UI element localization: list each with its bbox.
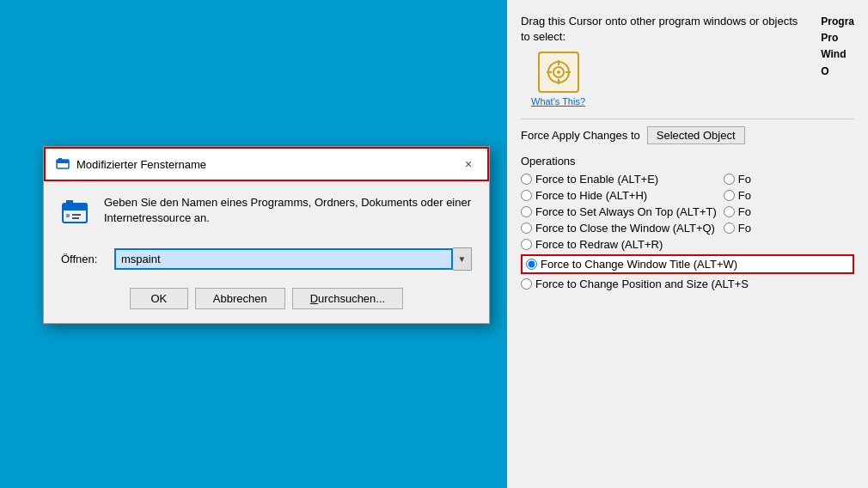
svg-rect-18 (72, 217, 79, 219)
operations-title: Operations (521, 155, 854, 168)
dialog-title: Modifizierter Fenstername (76, 158, 453, 171)
radio-force-close-window[interactable]: Force to Close the Window (ALT+Q) (521, 222, 717, 235)
cursor-icon-area: What's This? (531, 52, 585, 107)
cursor-symbol-icon[interactable] (538, 52, 579, 93)
dialog-buttons: OK Abbrechen Durchsuchen... (61, 288, 472, 309)
radio-fo-3[interactable]: Fo (724, 205, 854, 218)
cancel-button[interactable]: Abbrechen (195, 288, 285, 309)
selected-object-button[interactable]: Selected Object (647, 126, 745, 144)
drag-instruction-text: Drag this Cursor onto other program wind… (521, 14, 807, 45)
drag-section: Drag this Cursor onto other program wind… (521, 14, 854, 107)
svg-rect-10 (59, 163, 61, 165)
open-dropdown-button[interactable]: ▼ (453, 247, 472, 271)
browse-button[interactable]: Durchsuchen... (292, 288, 403, 309)
svg-point-2 (557, 70, 560, 74)
divider-top (521, 119, 854, 119)
radio-fo-4[interactable]: Fo (724, 222, 854, 235)
dialog-description: Geben Sie den Namen eines Programms, Ord… (61, 195, 472, 234)
radio-force-change-position[interactable]: Force to Change Position and Size (ALT+S (521, 278, 854, 290)
run-dialog: Modifizierter Fenstername × Geben Sie de… (43, 146, 490, 324)
right-panel: Drag this Cursor onto other program wind… (507, 0, 868, 488)
radio-force-always-on-top[interactable]: Force to Set Always On Top (ALT+T) (521, 205, 717, 218)
open-label: Öffnen: (61, 253, 106, 265)
force-apply-row: Force Apply Changes to Selected Object (521, 126, 854, 144)
ok-button[interactable]: OK (130, 288, 188, 309)
whats-this-link[interactable]: What's This? (531, 96, 585, 107)
svg-rect-12 (62, 165, 65, 166)
dialog-body: Geben Sie den Namen eines Programms, Ord… (44, 181, 489, 323)
radio-options-grid: Force to Enable (ALT+E) Fo Force to Hide… (521, 173, 854, 290)
radio-fo-2[interactable]: Fo (724, 189, 854, 202)
dialog-close-button[interactable]: × (460, 156, 477, 173)
radio-force-change-title[interactable]: Force to Change Window Title (ALT+W) (521, 254, 854, 274)
program-info: Progra Pro Wind O (821, 14, 854, 80)
svg-rect-16 (66, 214, 70, 217)
operations-section: Operations Force to Enable (ALT+E) Fo Fo… (521, 155, 854, 290)
radio-force-enable[interactable]: Force to Enable (ALT+E) (521, 173, 717, 186)
open-row: Öffnen: ▼ (61, 247, 472, 271)
open-combo: ▼ (114, 247, 472, 271)
dialog-titlebar-icon (56, 157, 70, 172)
svg-rect-9 (58, 158, 62, 161)
dialog-description-text: Geben Sie den Namen eines Programms, Ord… (104, 195, 472, 226)
force-apply-label: Force Apply Changes to (521, 129, 640, 142)
radio-force-redraw[interactable]: Force to Redraw (ALT+R) (521, 238, 854, 251)
svg-rect-11 (62, 163, 66, 164)
svg-rect-15 (66, 200, 73, 205)
svg-rect-17 (72, 214, 81, 216)
dialog-description-icon (61, 197, 92, 234)
dialog-titlebar: Modifizierter Fenstername × (44, 147, 489, 181)
open-input[interactable] (114, 248, 453, 270)
radio-force-hide[interactable]: Force to Hide (ALT+H) (521, 189, 717, 202)
radio-fo-1[interactable]: Fo (724, 173, 854, 186)
